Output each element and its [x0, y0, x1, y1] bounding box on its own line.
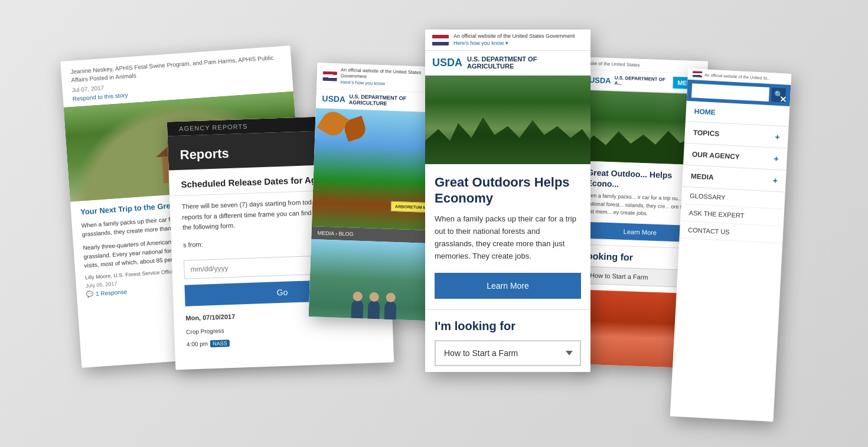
main-usda-logo: USDA U.S. DEPARTMENT OF AGRICULTURE [425, 51, 590, 76]
card-main: An official website of the United States… [425, 30, 590, 372]
leaf-decoration-1 [316, 108, 349, 140]
main-headline: Great Outdoors Helps Economy [435, 175, 581, 206]
mob-plus-icon-agency: + [774, 154, 779, 164]
looking-select[interactable]: How to Start a Farm Find Farm Loans Mark… [435, 340, 581, 366]
main-usda-dept-text: U.S. DEPARTMENT OF AGRICULTURE [467, 56, 583, 70]
mob-plus-icon-topics: + [775, 132, 780, 142]
mob-plus-icon-media: + [772, 176, 778, 185]
usda-flag-icon [323, 71, 338, 81]
mob-nav-label-agency: OUR AGENCY [692, 150, 740, 161]
person-3 [383, 301, 396, 321]
learn-more-button[interactable]: Learn More [435, 273, 581, 299]
scene: Jeanine Neskey, APHIS Fetal Swine Progra… [0, 0, 868, 447]
person-2 [367, 301, 380, 321]
mob-nav-label-topics: TOPICS [693, 128, 720, 138]
ur-dept-text: U.S. DEPARTMENT OF A... [614, 75, 669, 87]
ur-gov-text: site of the United States [590, 61, 640, 68]
mob-nav-label-home: HOME [694, 107, 716, 116]
arb-people-photo [309, 239, 441, 321]
reports-time: 4:00 pm [187, 341, 208, 348]
close-icon[interactable]: ✕ [779, 94, 787, 105]
mob-nav-label-media: MEDIA [691, 172, 714, 181]
card-mobile: An official website of the United St... … [670, 68, 792, 422]
blog-bar-text: MEDIA › BLOG [317, 230, 353, 237]
people-silhouette [351, 300, 397, 321]
main-content: Great Outdoors Helps Economy When a fami… [425, 164, 590, 309]
person-1 [351, 300, 364, 321]
main-body-text: When a family packs up their car for a t… [435, 213, 581, 262]
mob-search-input[interactable] [691, 83, 769, 102]
ur-usda-text: USDA [589, 75, 611, 84]
main-usda-flag-icon [432, 35, 449, 45]
mob-gov-text: An official website of the United St... [704, 73, 771, 80]
usda-logo-text: USDA [322, 94, 345, 104]
main-usda-logo-text: USDA [432, 57, 462, 69]
main-gov-bar: An official website of the United States… [425, 30, 590, 51]
nass-badge: NASS [210, 340, 230, 347]
looking-title: I'm looking for [435, 319, 581, 333]
mob-flag-icon [693, 71, 703, 77]
ur-learn-more-button[interactable]: Learn More [585, 222, 695, 242]
main-gov-text: An official website of the United States… [453, 33, 575, 47]
hero-trees [425, 105, 590, 164]
main-hero-image [425, 76, 590, 164]
main-looking-section: I'm looking for How to Start a Farm Find… [425, 309, 590, 372]
comment-count[interactable]: 1 Response [96, 289, 128, 298]
comment-icon: 💬 [86, 291, 94, 298]
